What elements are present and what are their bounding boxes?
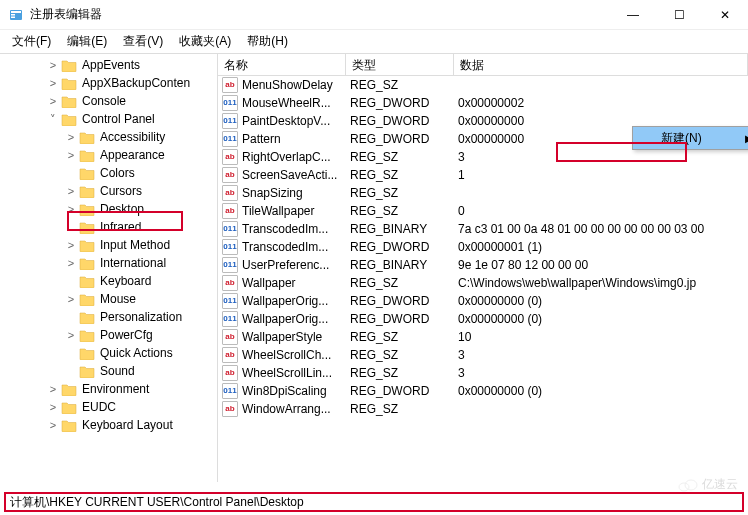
tree-item[interactable]: >Cursors [2, 182, 217, 200]
tree-item[interactable]: >AppEvents [2, 56, 217, 74]
value-row[interactable]: 011TranscodedIm...REG_BINARY7a c3 01 00 … [218, 220, 748, 238]
value-row[interactable]: 011WallpaperOrig...REG_DWORD0x00000000 (… [218, 292, 748, 310]
expand-icon[interactable]: > [46, 382, 60, 396]
tree-item-label: Console [80, 94, 128, 108]
tree-item[interactable]: >EUDC [2, 398, 217, 416]
value-row[interactable]: abWheelScrollLin...REG_SZ3 [218, 364, 748, 382]
expand-icon[interactable]: > [64, 202, 78, 216]
window-title: 注册表编辑器 [30, 6, 610, 23]
string-value-icon: ab [222, 329, 238, 345]
value-row[interactable]: abScreenSaveActi...REG_SZ1 [218, 166, 748, 184]
tree-item[interactable]: ˅Control Panel [2, 110, 217, 128]
tree-item[interactable]: >Keyboard Layout [2, 416, 217, 434]
ctx-new-label: 新建(N) [661, 130, 702, 147]
tree-item[interactable]: >PowerCfg [2, 326, 217, 344]
value-row[interactable]: 011UserPreferenc...REG_BINARY9e 1e 07 80… [218, 256, 748, 274]
value-name: TileWallpaper [242, 204, 350, 218]
value-row[interactable]: abRightOverlapC...REG_SZ3 [218, 148, 748, 166]
value-type: REG_SZ [350, 402, 458, 416]
value-row[interactable]: 011TranscodedIm...REG_DWORD0x00000001 (1… [218, 238, 748, 256]
tree-item[interactable]: >Environment [2, 380, 217, 398]
value-data: 10 [458, 330, 748, 344]
tree-item[interactable]: >Mouse [2, 290, 217, 308]
expand-icon[interactable]: > [46, 400, 60, 414]
maximize-button[interactable]: ☐ [656, 0, 702, 30]
menu-edit[interactable]: 编辑(E) [59, 31, 115, 52]
tree-item[interactable]: >AppXBackupConten [2, 74, 217, 92]
string-value-icon: ab [222, 167, 238, 183]
tree-item-label: Environment [80, 382, 151, 396]
value-row[interactable]: 011Win8DpiScalingREG_DWORD0x00000000 (0) [218, 382, 748, 400]
folder-icon [79, 329, 95, 342]
close-button[interactable]: ✕ [702, 0, 748, 30]
value-name: MenuShowDelay [242, 78, 350, 92]
watermark: 亿速云 [678, 476, 738, 493]
expand-icon[interactable]: > [46, 418, 60, 432]
tree-item[interactable]: Quick Actions [2, 344, 217, 362]
tree-item[interactable]: Keyboard [2, 272, 217, 290]
value-row[interactable]: abMenuShowDelayREG_SZ [218, 76, 748, 94]
value-row[interactable]: abWallpaperStyleREG_SZ10 [218, 328, 748, 346]
value-type: REG_DWORD [350, 114, 458, 128]
value-row[interactable]: 011WallpaperOrig...REG_DWORD0x00000000 (… [218, 310, 748, 328]
expand-icon[interactable]: > [46, 94, 60, 108]
value-row[interactable]: abWallpaperREG_SZC:\Windows\web\wallpape… [218, 274, 748, 292]
tree-item-label: Mouse [98, 292, 138, 306]
expand-icon[interactable]: > [64, 328, 78, 342]
folder-icon [61, 77, 77, 90]
col-data[interactable]: 数据 [454, 54, 748, 75]
binary-value-icon: 011 [222, 383, 238, 399]
tree-item[interactable]: Colors [2, 164, 217, 182]
col-name[interactable]: 名称 [218, 54, 346, 75]
tree-item-label: Personalization [98, 310, 184, 324]
col-type[interactable]: 类型 [346, 54, 454, 75]
tree-item[interactable]: >Accessibility [2, 128, 217, 146]
tree-item-label: Sound [98, 364, 137, 378]
tree-item[interactable]: >Desktop [2, 200, 217, 218]
value-type: REG_SZ [350, 204, 458, 218]
value-data: 0x00000000 (0) [458, 312, 748, 326]
expand-icon[interactable]: > [64, 130, 78, 144]
expand-icon[interactable]: > [64, 292, 78, 306]
folder-icon [61, 401, 77, 414]
tree-item[interactable]: Personalization [2, 308, 217, 326]
expand-icon[interactable]: > [46, 76, 60, 90]
value-row[interactable]: abTileWallpaperREG_SZ0 [218, 202, 748, 220]
tree-item[interactable]: Sound [2, 362, 217, 380]
tree-item[interactable]: >Console [2, 92, 217, 110]
value-data: 0x00000000 (0) [458, 294, 748, 308]
value-row[interactable]: 011MouseWheelR...REG_DWORD0x00000002 [218, 94, 748, 112]
value-row[interactable]: abWindowArrang...REG_SZ [218, 400, 748, 418]
value-row[interactable]: abSnapSizingREG_SZ [218, 184, 748, 202]
menu-favorites[interactable]: 收藏夹(A) [171, 31, 239, 52]
menu-file[interactable]: 文件(F) [4, 31, 59, 52]
tree-item[interactable]: >Appearance [2, 146, 217, 164]
folder-icon [79, 221, 95, 234]
menu-help[interactable]: 帮助(H) [239, 31, 296, 52]
value-data: 1 [458, 168, 748, 182]
value-data: 0x00000002 [458, 96, 748, 110]
expand-icon[interactable]: > [64, 184, 78, 198]
expand-icon[interactable]: > [64, 148, 78, 162]
menubar: 文件(F) 编辑(E) 查看(V) 收藏夹(A) 帮助(H) [0, 30, 748, 54]
ctx-new[interactable]: 新建(N) ▶ [633, 127, 748, 149]
collapse-icon[interactable]: ˅ [46, 112, 60, 126]
tree-item[interactable]: Infrared [2, 218, 217, 236]
minimize-button[interactable]: — [610, 0, 656, 30]
tree-item[interactable]: >Input Method [2, 236, 217, 254]
statusbar: 计算机\HKEY CURRENT USER\Control Panel\Desk… [4, 492, 744, 512]
expand-icon[interactable]: > [64, 256, 78, 270]
value-row[interactable]: abWheelScrollCh...REG_SZ3 [218, 346, 748, 364]
string-value-icon: ab [222, 401, 238, 417]
app-icon [8, 7, 24, 23]
tree-item[interactable]: >International [2, 254, 217, 272]
string-value-icon: ab [222, 365, 238, 381]
value-type: REG_SZ [350, 186, 458, 200]
expand-icon[interactable]: > [46, 58, 60, 72]
svg-rect-1 [11, 11, 21, 13]
string-value-icon: ab [222, 347, 238, 363]
expand-icon[interactable]: > [64, 238, 78, 252]
menu-view[interactable]: 查看(V) [115, 31, 171, 52]
key-tree[interactable]: >AppEvents>AppXBackupConten>Console˅Cont… [0, 54, 218, 482]
folder-icon [79, 311, 95, 324]
